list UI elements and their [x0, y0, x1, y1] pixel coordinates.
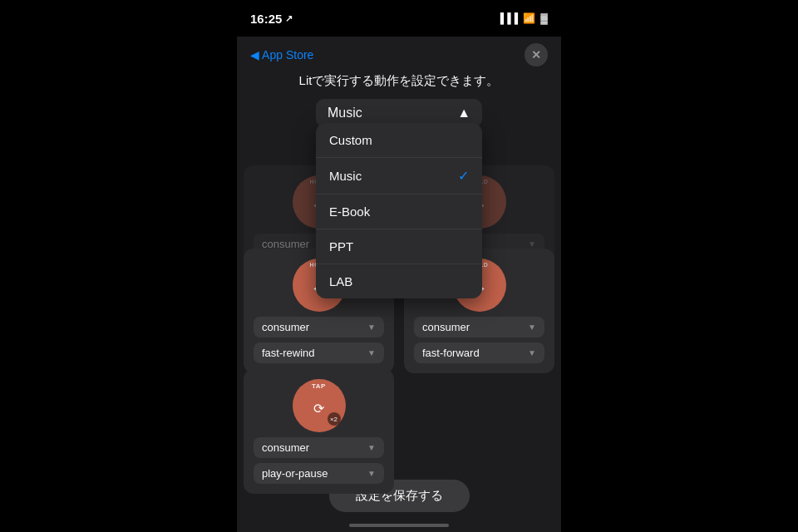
- action-label-fwd: fast-forward: [422, 347, 480, 359]
- dropdown-selected-label: Music: [328, 106, 362, 121]
- action-dropdown-fwd[interactable]: fast-forward ▼: [414, 342, 544, 363]
- location-icon: ↗: [285, 13, 293, 24]
- modal-content: ◀ App Store ✕ Litで実行する動作を設定できます。 Music ▲…: [237, 37, 561, 532]
- chevron-down-icon-rew2: ▼: [367, 348, 376, 357]
- phone-frame: 16:25 ↗ ▐▐▐ 📶 ▓ ◀ App Store ✕ Litで実行する動作…: [237, 0, 561, 532]
- gesture-icon-doubletap: TAP ⟳ ×2: [293, 379, 346, 432]
- consumer-dropdown-fwd[interactable]: consumer ▼: [414, 317, 544, 337]
- signal-icon: ▐▐▐: [497, 12, 519, 24]
- status-time: 16:25 ↗: [250, 12, 293, 26]
- status-bar: 16:25 ↗ ▐▐▐ 📶 ▓: [237, 0, 561, 37]
- modal-title: Litで実行する動作を設定できます。: [237, 70, 561, 99]
- wifi-icon: 📶: [523, 12, 535, 24]
- chevron-down-icon-tap2: ▼: [367, 469, 376, 478]
- consumer-label-fwd: consumer: [422, 321, 470, 333]
- x2-badge: ×2: [328, 412, 341, 426]
- battery-icon: ▓: [540, 12, 548, 24]
- option-label-lab: LAB: [329, 274, 352, 288]
- dropdown-option-custom[interactable]: Custom: [316, 123, 482, 158]
- dropdown-option-music[interactable]: Music ✓: [316, 158, 482, 195]
- consumer-dropdown-rew[interactable]: consumer ▼: [254, 317, 384, 337]
- dropdown-menu: Custom Music ✓ E-Book PPT LAB: [316, 123, 482, 298]
- chevron-down-icon-fwd2: ▼: [528, 348, 536, 357]
- consumer-label-tap: consumer: [262, 441, 309, 454]
- close-icon: ✕: [531, 48, 541, 62]
- close-button[interactable]: ✕: [525, 43, 548, 66]
- option-label-ppt: PPT: [329, 239, 353, 254]
- chevron-down-icon-rew: ▼: [367, 323, 376, 332]
- dropdown-option-ppt[interactable]: PPT: [316, 229, 482, 264]
- back-link[interactable]: ◀ App Store: [250, 48, 313, 62]
- right-background: [561, 0, 798, 532]
- home-indicator: [349, 524, 449, 527]
- chevron-down-icon-fwd: ▼: [528, 323, 536, 332]
- action-label-tap: play-or-pause: [262, 467, 328, 480]
- action-dropdown-rew[interactable]: fast-rewind ▼: [254, 342, 384, 363]
- time-display: 16:25: [250, 12, 282, 26]
- chevron-down-icon-meas: ▼: [528, 239, 536, 249]
- dropdown-option-ebook[interactable]: E-Book: [316, 195, 482, 229]
- action-label-rew: fast-rewind: [262, 347, 315, 359]
- consumer-dropdown-tap[interactable]: consumer ▼: [254, 437, 384, 458]
- chevron-down-icon-tap: ▼: [367, 443, 376, 452]
- consumer-label-rew: consumer: [262, 321, 309, 333]
- option-label-custom: Custom: [329, 133, 372, 147]
- status-icons: ▐▐▐ 📶 ▓: [497, 12, 548, 24]
- option-label-ebook: E-Book: [329, 204, 370, 219]
- dropdown-option-lab[interactable]: LAB: [316, 264, 482, 298]
- modal-header: ◀ App Store ✕: [237, 37, 561, 70]
- gesture-card-doubletap: TAP ⟳ ×2 consumer ▼ play-or-pause ▼: [244, 369, 394, 494]
- action-dropdown-tap[interactable]: play-or-pause ▼: [254, 463, 384, 484]
- chevron-up-icon: ▲: [457, 106, 470, 121]
- tap-label: TAP: [312, 382, 326, 390]
- left-background: [0, 0, 237, 532]
- checkmark-icon: ✓: [458, 168, 469, 184]
- option-label-music: Music: [329, 169, 362, 183]
